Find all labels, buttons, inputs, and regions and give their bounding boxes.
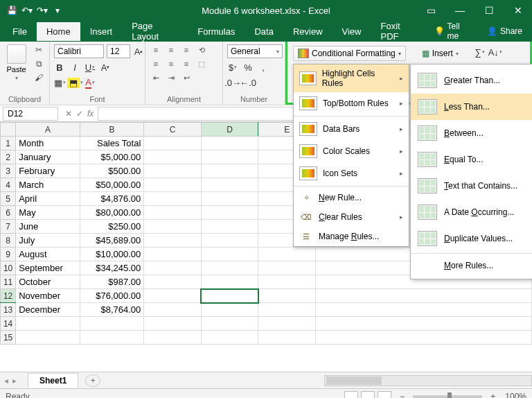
- tab-review[interactable]: Review: [283, 22, 332, 41]
- tell-me-search[interactable]: 💡Tell me: [427, 17, 477, 45]
- tab-formulas[interactable]: Formulas: [188, 22, 245, 41]
- decrease-decimal-icon[interactable]: ←.0: [242, 76, 254, 89]
- cell[interactable]: September: [16, 261, 80, 275]
- cell[interactable]: [201, 192, 258, 206]
- cell[interactable]: [201, 137, 258, 150]
- cell[interactable]: $4,876.00: [80, 192, 144, 206]
- cell[interactable]: [16, 317, 80, 331]
- cell[interactable]: [144, 303, 202, 317]
- row-header[interactable]: 1: [1, 137, 16, 150]
- row-header[interactable]: 15: [1, 331, 16, 345]
- sheet-tab-sheet1[interactable]: Sheet1: [28, 373, 78, 388]
- column-header-d[interactable]: D: [201, 123, 258, 137]
- cell[interactable]: [201, 303, 258, 317]
- fx-icon[interactable]: fx: [87, 109, 94, 119]
- cell[interactable]: [144, 331, 202, 345]
- cell[interactable]: [144, 261, 202, 275]
- menu-icon-sets[interactable]: Icon Sets ▸: [294, 162, 409, 184]
- cut-icon[interactable]: ✂: [33, 44, 45, 55]
- page-break-view-icon[interactable]: [378, 391, 391, 399]
- cell[interactable]: [144, 206, 202, 220]
- align-left-icon[interactable]: ≡: [150, 58, 162, 69]
- maximize-icon[interactable]: ☐: [475, 0, 503, 21]
- cell[interactable]: October: [16, 275, 80, 289]
- submenu-date-occurring[interactable]: A Date Occurring...: [411, 199, 532, 225]
- underline-button[interactable]: U: [85, 61, 96, 73]
- cell[interactable]: Sales Total: [80, 137, 144, 150]
- orientation-icon[interactable]: ⟲: [195, 44, 208, 55]
- cell[interactable]: [201, 289, 258, 303]
- fill-color-button[interactable]: ⬒: [69, 76, 80, 89]
- accounting-format-icon[interactable]: $: [227, 61, 238, 73]
- cell[interactable]: [258, 331, 316, 345]
- cell[interactable]: February: [16, 164, 80, 178]
- font-size-combo[interactable]: 12: [107, 44, 130, 58]
- cell[interactable]: [201, 164, 258, 178]
- cell[interactable]: [201, 220, 258, 234]
- page-layout-view-icon[interactable]: [361, 391, 375, 399]
- cell[interactable]: [201, 275, 258, 289]
- cell[interactable]: $987.00: [80, 275, 144, 289]
- cell[interactable]: June: [16, 220, 80, 234]
- submenu-between[interactable]: Between...: [411, 120, 532, 146]
- font-name-combo[interactable]: Calibri: [54, 44, 104, 58]
- increase-indent-icon[interactable]: ⇥: [165, 72, 177, 83]
- cell[interactable]: $250.00: [80, 220, 144, 234]
- decrease-indent-icon[interactable]: ⇤: [150, 72, 162, 83]
- undo-icon[interactable]: ↶▾: [21, 4, 33, 17]
- align-middle-icon[interactable]: ≡: [165, 44, 177, 55]
- tab-view[interactable]: View: [332, 22, 371, 41]
- cell[interactable]: [315, 289, 531, 303]
- menu-highlight-cells-rules[interactable]: Highlight Cells Rules ▸: [294, 64, 409, 92]
- cell[interactable]: [144, 289, 202, 303]
- select-all-corner[interactable]: [1, 123, 16, 137]
- comma-format-icon[interactable]: ,: [258, 61, 269, 73]
- zoom-slider[interactable]: [413, 395, 482, 398]
- menu-clear-rules[interactable]: ⌫ Clear Rules ▸: [294, 207, 409, 227]
- tab-file[interactable]: File: [3, 22, 37, 41]
- cell[interactable]: [80, 331, 144, 345]
- row-header[interactable]: 3: [1, 164, 16, 178]
- menu-color-scales[interactable]: Color Scales ▸: [294, 140, 409, 162]
- cell[interactable]: [16, 331, 80, 345]
- cell[interactable]: $45,689.00: [80, 234, 144, 248]
- italic-button[interactable]: I: [69, 61, 80, 73]
- tab-insert[interactable]: Insert: [80, 22, 123, 41]
- format-painter-icon[interactable]: 🖌: [33, 72, 45, 83]
- align-right-icon[interactable]: ≡: [180, 58, 193, 69]
- row-header[interactable]: 5: [1, 192, 16, 206]
- cell[interactable]: [144, 150, 202, 164]
- redo-icon[interactable]: ↷▾: [36, 4, 48, 17]
- cell[interactable]: [144, 275, 202, 289]
- cell[interactable]: [201, 178, 258, 192]
- row-header[interactable]: 2: [1, 150, 16, 164]
- tab-home[interactable]: Home: [37, 22, 80, 41]
- percent-format-icon[interactable]: %: [242, 61, 254, 73]
- row-header[interactable]: 11: [1, 275, 16, 289]
- autosum-button[interactable]: ∑: [475, 46, 486, 58]
- decrease-font-icon[interactable]: A▾: [100, 61, 111, 73]
- cell[interactable]: [144, 317, 202, 331]
- menu-manage-rules[interactable]: ☰ Manage Rules...: [294, 227, 409, 246]
- paste-button[interactable]: Paste ▾: [4, 44, 28, 81]
- column-header-b[interactable]: B: [80, 123, 144, 137]
- ribbon-display-options-icon[interactable]: ▭: [417, 0, 445, 21]
- cell[interactable]: May: [16, 206, 80, 220]
- column-header-c[interactable]: C: [144, 123, 202, 137]
- minimize-icon[interactable]: —: [446, 0, 474, 21]
- cell[interactable]: [258, 275, 316, 289]
- cell[interactable]: [315, 331, 531, 345]
- cell[interactable]: [144, 220, 202, 234]
- cell[interactable]: [144, 137, 202, 150]
- submenu-more-rules[interactable]: More Rules...: [411, 255, 532, 276]
- insert-cells-button[interactable]: ▦ Insert ▾: [417, 46, 463, 61]
- cell[interactable]: [144, 248, 202, 261]
- row-header[interactable]: 14: [1, 317, 16, 331]
- row-header[interactable]: 10: [1, 261, 16, 275]
- tab-data[interactable]: Data: [245, 22, 283, 41]
- cell[interactable]: $50,000.00: [80, 178, 144, 192]
- sheet-nav-right-icon[interactable]: ▸: [12, 376, 17, 386]
- column-header-a[interactable]: A: [16, 123, 80, 137]
- cell[interactable]: $8,764.00: [80, 303, 144, 317]
- share-button[interactable]: 👤Share: [477, 22, 532, 40]
